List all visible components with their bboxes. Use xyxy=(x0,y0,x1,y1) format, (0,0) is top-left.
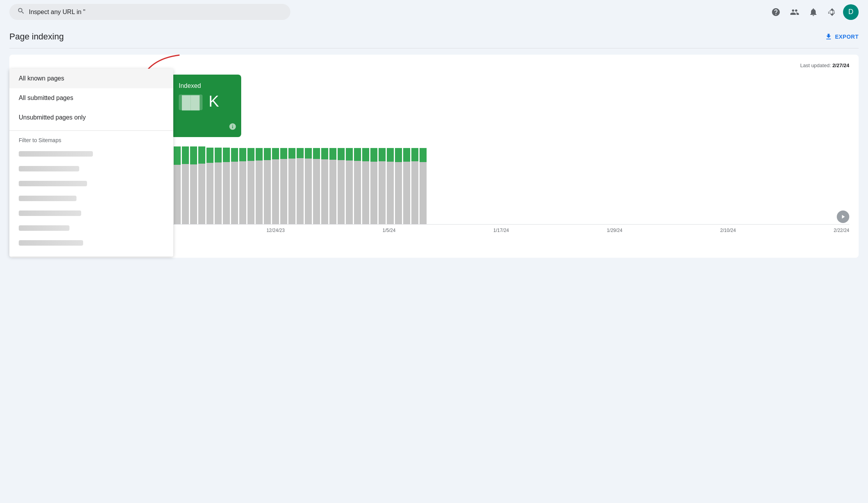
x-axis-label: 1/5/24 xyxy=(382,228,395,233)
bar-green xyxy=(338,148,345,160)
bar-group xyxy=(370,146,377,224)
sitemap-item-4[interactable] xyxy=(9,191,173,206)
bar-gray xyxy=(264,160,271,224)
bar-gray xyxy=(370,162,377,224)
bar-green xyxy=(231,148,238,162)
bar-group xyxy=(223,146,230,224)
bar-group xyxy=(297,146,304,224)
stat-card-value: ██ K xyxy=(179,93,233,110)
bar-group xyxy=(362,146,369,224)
x-axis-label: 2/22/24 xyxy=(834,228,849,233)
bar-gray xyxy=(231,162,238,224)
bar-group xyxy=(206,146,213,224)
bar-gray xyxy=(354,161,361,224)
bar-gray xyxy=(239,161,246,224)
bar-green xyxy=(190,146,197,164)
bar-gray xyxy=(403,162,410,224)
search-icon xyxy=(17,7,25,17)
bar-gray xyxy=(313,159,320,224)
sitemap-item-2[interactable] xyxy=(9,161,173,176)
dropdown-item-all-known[interactable]: All known pages xyxy=(9,69,173,88)
bar-gray xyxy=(215,162,222,224)
bar-green xyxy=(420,148,427,162)
bar-group xyxy=(247,146,254,224)
page-title: Page indexing xyxy=(9,32,64,42)
chart-nav-arrow[interactable] xyxy=(837,210,849,223)
dropdown-menu: All known pages All submitted pages Unsu… xyxy=(9,69,173,257)
x-axis-label: 12/24/23 xyxy=(267,228,285,233)
help-icon[interactable] xyxy=(768,4,784,20)
x-axis-label: 1/29/24 xyxy=(607,228,623,233)
bar-group xyxy=(174,146,181,224)
bar-green xyxy=(182,146,189,164)
bar-group xyxy=(329,146,336,224)
bar-green xyxy=(174,146,181,165)
bar-group xyxy=(256,146,263,224)
bar-gray xyxy=(223,162,230,224)
bar-group xyxy=(321,146,328,224)
bar-green xyxy=(239,148,246,161)
bar-gray xyxy=(198,164,205,224)
bar-green xyxy=(305,148,312,159)
bar-gray xyxy=(420,162,427,224)
bar-gray xyxy=(346,161,353,224)
bar-green xyxy=(215,148,222,162)
bar-green xyxy=(264,148,271,160)
header-divider xyxy=(9,48,859,48)
bar-gray xyxy=(362,161,369,224)
bar-gray xyxy=(387,162,394,224)
export-button[interactable]: EXPORT xyxy=(825,33,859,41)
stat-card-label: Indexed xyxy=(179,82,233,89)
bar-green xyxy=(403,148,410,162)
bar-group xyxy=(346,146,353,224)
bar-group xyxy=(182,146,189,224)
sitemap-item-6[interactable] xyxy=(9,221,173,235)
sitemap-item-1[interactable] xyxy=(9,146,173,161)
notification-icon[interactable] xyxy=(806,4,821,20)
bar-green xyxy=(411,148,418,161)
bar-gray xyxy=(297,158,304,224)
bar-green xyxy=(272,148,279,159)
bar-green xyxy=(370,148,377,162)
apps-icon[interactable] xyxy=(824,4,840,20)
search-bar[interactable] xyxy=(9,4,290,20)
sitemap-item-5[interactable] xyxy=(9,206,173,221)
avatar[interactable]: D xyxy=(843,4,859,20)
bar-green xyxy=(362,148,369,161)
info-icon[interactable] xyxy=(229,123,237,132)
bar-gray xyxy=(182,164,189,224)
bar-gray xyxy=(395,162,402,224)
sitemap-item-3[interactable] xyxy=(9,176,173,191)
bar-group xyxy=(379,146,386,224)
people-icon[interactable] xyxy=(787,4,802,20)
last-updated: Last updated: 2/27/24 xyxy=(19,62,849,68)
bar-green xyxy=(223,148,230,162)
bar-green xyxy=(395,148,402,162)
bar-gray xyxy=(280,159,287,224)
chart-section: All known pages All submitted pages Unsu… xyxy=(9,55,859,258)
bar-group xyxy=(239,146,246,224)
sitemap-item-7[interactable] xyxy=(9,235,173,250)
bar-gray xyxy=(305,159,312,224)
bar-group xyxy=(305,146,312,224)
bar-group xyxy=(198,146,205,224)
x-axis-label: 2/10/24 xyxy=(720,228,736,233)
main-content: Page indexing EXPORT All known pages All… xyxy=(0,24,868,266)
dropdown-item-unsubmitted[interactable]: Unsubmitted pages only xyxy=(9,108,173,127)
bar-group xyxy=(395,146,402,224)
bar-group xyxy=(387,146,394,224)
bar-gray xyxy=(174,165,181,224)
bar-green xyxy=(280,148,287,159)
search-input[interactable] xyxy=(29,9,283,16)
bar-group xyxy=(288,146,295,224)
dropdown-item-all-submitted[interactable]: All submitted pages xyxy=(9,88,173,108)
bar-gray xyxy=(288,159,295,224)
bar-green xyxy=(329,148,336,160)
bar-gray xyxy=(321,159,328,224)
bar-gray xyxy=(256,161,263,224)
indexed-stat-card: Indexed ██ K xyxy=(171,75,241,137)
bar-gray xyxy=(338,160,345,224)
bar-gray xyxy=(206,163,213,224)
bar-group xyxy=(190,146,197,224)
topbar: D xyxy=(0,0,868,24)
